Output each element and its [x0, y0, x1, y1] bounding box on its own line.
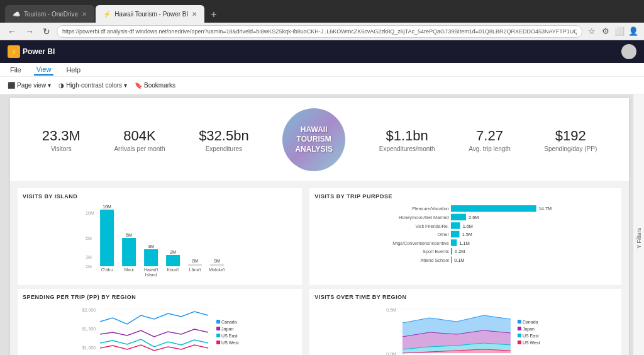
svg-rect-18 — [451, 205, 536, 211]
svg-text:1.1M: 1.1M — [460, 240, 470, 246]
menu-view[interactable]: View — [34, 64, 54, 76]
profile-icon[interactable]: 👤 — [628, 26, 639, 37]
visits-purpose-title: VISITS BY TRIP PURPOSE — [314, 193, 616, 200]
svg-text:Hawai'i: Hawai'i — [144, 268, 158, 272]
menu-file[interactable]: File — [8, 65, 24, 75]
svg-text:3M: 3M — [148, 244, 154, 249]
filters-panel[interactable]: Y Filters — [633, 94, 644, 355]
stat-trip-length-value: 7.27 — [469, 128, 511, 144]
browser-chrome: ☁️ Tourism - OneDrive ✕ ⚡ Hawaii Tourism… — [0, 0, 644, 23]
svg-text:2.6M: 2.6M — [469, 215, 479, 220]
stat-exp-month-value: $1.1bn — [379, 128, 435, 144]
stat-expenditures-value: $32.5bn — [199, 128, 249, 144]
stat-spending-day-label: Spending/day (PP) — [544, 145, 597, 152]
bar-maui[interactable] — [122, 238, 136, 266]
logo-line3: ANALYSIS — [295, 145, 333, 155]
bar-hawaii[interactable] — [144, 249, 158, 266]
svg-text:$1,500: $1,500 — [82, 327, 96, 331]
chevron-down-icon: ▾ — [48, 82, 51, 89]
svg-text:0.5M: 0.5M — [387, 308, 397, 312]
visits-by-island-panel: VISITS BY ISLAND 10M 5M 3M 2M 10M 5M 3M … — [18, 188, 302, 285]
extensions-icon[interactable]: ⬜ — [614, 26, 625, 37]
user-avatar[interactable] — [621, 44, 636, 59]
svg-text:Canada: Canada — [221, 320, 237, 324]
page-view-button[interactable]: ⬛ Page view ▾ — [8, 82, 51, 89]
visits-time-title: VISITS OVER TIME BY REGION — [314, 294, 616, 300]
forward-button[interactable]: → — [23, 25, 36, 38]
star-icon[interactable]: ☆ — [586, 26, 597, 37]
close-tab-icon[interactable]: ✕ — [82, 11, 87, 18]
powerbi-logo-icon: ⚡ — [8, 45, 20, 58]
menu-help[interactable]: Help — [64, 65, 83, 75]
stat-trip-length: 7.27 Avg. trip length — [469, 128, 511, 152]
svg-text:Mtgs/Conventions/Incentive: Mtgs/Conventions/Incentive — [392, 240, 449, 246]
back-button[interactable]: ← — [5, 25, 19, 38]
bar-molokai[interactable] — [210, 264, 224, 266]
svg-text:O'ahu: O'ahu — [101, 268, 113, 272]
spending-per-trip-panel: SPENDING PER TRIP (PP) BY REGION $2,000 … — [18, 289, 302, 355]
close-active-tab-icon[interactable]: ✕ — [192, 11, 197, 18]
svg-text:14.7M: 14.7M — [539, 206, 552, 211]
svg-text:$2,000: $2,000 — [82, 308, 96, 312]
svg-text:Pleasure/Vacation: Pleasure/Vacation — [412, 206, 449, 211]
visits-over-time-panel: VISITS OVER TIME BY REGION 0.5M 0.0M Jan… — [309, 289, 621, 355]
tab-powerbi[interactable]: ⚡ Hawaii Tourism - Power BI ✕ — [96, 5, 204, 23]
svg-text:5M: 5M — [126, 233, 132, 237]
toolbar-icons: ☆ ⚙ ⬜ 👤 — [586, 26, 639, 37]
svg-text:Japan: Japan — [523, 327, 535, 332]
svg-text:5M: 5M — [86, 236, 92, 240]
powerbi-appbar: ⚡ Power BI — [0, 40, 644, 63]
stat-arrivals-value: 804K — [114, 128, 165, 144]
svg-text:2M: 2M — [170, 250, 176, 254]
powerbi-app-name: Power BI — [23, 47, 55, 56]
charts-row-2: SPENDING PER TRIP (PP) BY REGION $2,000 … — [10, 289, 629, 355]
svg-rect-53 — [216, 334, 220, 337]
settings-icon[interactable]: ⚙ — [600, 26, 611, 37]
svg-rect-21 — [451, 214, 466, 220]
svg-rect-36 — [451, 257, 452, 263]
stat-expenditures: $32.5bn Expenditures — [199, 128, 249, 152]
svg-rect-24 — [451, 222, 460, 228]
visits-island-chart: 10M 5M 3M 2M 10M 5M 3M 2M 0M 0M — [23, 203, 297, 279]
powerbi-logo: ⚡ Power BI — [8, 45, 55, 58]
visits-by-purpose-panel: VISITS BY TRIP PURPOSE Pleasure/Vacation… — [309, 188, 621, 285]
stat-arrivals-label: Arrivals per month — [114, 145, 165, 152]
logo-line1: HAWAII — [295, 125, 333, 135]
svg-rect-30 — [451, 239, 457, 245]
stat-exp-month: $1.1bn Expenditures/month — [379, 128, 435, 152]
stat-trip-length-label: Avg. trip length — [469, 145, 511, 152]
bar-lanai[interactable] — [188, 264, 202, 266]
stat-visitors: 23.3M Visitors — [42, 128, 80, 152]
svg-text:0M: 0M — [214, 259, 220, 263]
stat-spending-day: $192 Spending/day (PP) — [544, 128, 597, 152]
stat-arrivals: 804K Arrivals per month — [114, 128, 165, 152]
svg-text:Japan: Japan — [221, 327, 233, 332]
bookmarks-button[interactable]: 🔖 Bookmarks — [135, 82, 175, 89]
svg-text:0.0M: 0.0M — [387, 352, 397, 355]
bookmark-icon: 🔖 — [135, 82, 142, 89]
browser-tabs: ☁️ Tourism - OneDrive ✕ ⚡ Hawaii Tourism… — [5, 0, 222, 23]
address-bar[interactable] — [57, 25, 582, 38]
visits-time-chart: 0.5M 0.0M Jan 2016 Jul 2016 Jan 2017 Jul… — [314, 304, 616, 355]
refresh-button[interactable]: ↻ — [40, 25, 53, 38]
tab-onedrive[interactable]: ☁️ Tourism - OneDrive ✕ — [5, 5, 94, 23]
hero-section: 23.3M Visitors 804K Arrivals per month $… — [10, 98, 629, 182]
charts-row-1: VISITS BY ISLAND 10M 5M 3M 2M 10M 5M 3M … — [10, 182, 629, 289]
svg-text:10M: 10M — [103, 205, 111, 209]
high-contrast-button[interactable]: ◑ High-contrast colors ▾ — [58, 82, 127, 89]
svg-rect-74 — [518, 334, 521, 337]
bar-oahu[interactable] — [100, 210, 114, 266]
svg-text:$1,000: $1,000 — [82, 346, 96, 350]
svg-text:US West: US West — [221, 341, 239, 345]
svg-text:1.5M: 1.5M — [462, 232, 472, 237]
new-tab-button[interactable]: + — [206, 6, 221, 23]
svg-text:0.2M: 0.2M — [455, 249, 465, 254]
report-canvas: 23.3M Visitors 804K Arrivals per month $… — [10, 98, 629, 355]
svg-text:US East: US East — [523, 334, 539, 338]
svg-text:10M: 10M — [86, 211, 94, 215]
bar-kauai[interactable] — [166, 255, 180, 266]
svg-text:Canada: Canada — [523, 320, 538, 324]
svg-text:Honeymoon/Get Married: Honeymoon/Get Married — [399, 215, 449, 220]
svg-text:Visit Friends/Re.: Visit Friends/Re. — [416, 223, 449, 229]
svg-text:2M: 2M — [86, 264, 92, 269]
